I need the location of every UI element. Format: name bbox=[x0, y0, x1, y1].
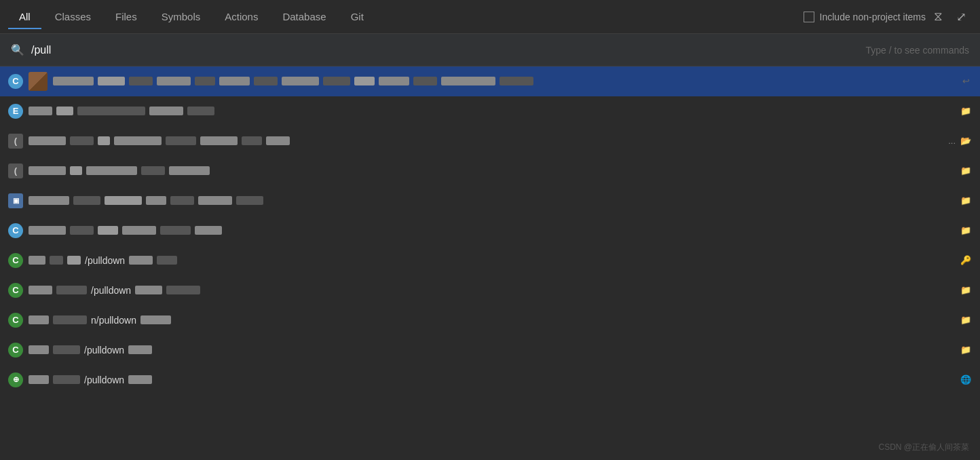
table-row[interactable]: ▣ 📁 bbox=[0, 186, 980, 216]
corner-folder-icon: 📁 bbox=[960, 105, 972, 117]
folder-icon5: 📁 bbox=[960, 284, 972, 296]
blurred-text bbox=[128, 345, 152, 354]
blurred-text bbox=[141, 166, 165, 175]
tab-classes[interactable]: Classes bbox=[44, 5, 102, 29]
row-end: 📁 bbox=[960, 105, 972, 117]
blurred-text bbox=[56, 286, 87, 294]
row-end: ... 📂 bbox=[948, 135, 972, 147]
tab-symbols[interactable]: Symbols bbox=[151, 5, 212, 29]
blurred-text bbox=[56, 107, 73, 115]
table-row[interactable]: C /pulldown 📁 bbox=[0, 335, 980, 365]
table-row[interactable]: ( ... 📂 bbox=[0, 126, 980, 156]
blurred-text bbox=[29, 315, 49, 324]
blurred-text bbox=[242, 136, 262, 145]
search-bar: 🔍 Type / to see commands bbox=[0, 34, 980, 66]
table-row[interactable]: C ↩ bbox=[0, 66, 980, 96]
blurred-text bbox=[354, 77, 375, 85]
blurred-text bbox=[67, 256, 81, 265]
tab-actions[interactable]: Actions bbox=[214, 5, 269, 29]
row-icon-green4: C bbox=[8, 343, 23, 358]
pulldown-text2: /pulldown bbox=[91, 285, 131, 296]
blurred-text bbox=[135, 286, 162, 294]
row-content: /pulldown bbox=[29, 255, 954, 266]
pulldown-text3: n/pulldown bbox=[91, 315, 136, 326]
blurred-text bbox=[98, 77, 125, 85]
row-icon-c2: C bbox=[8, 223, 23, 238]
tab-all[interactable]: All bbox=[8, 5, 41, 29]
blurred-text bbox=[282, 77, 319, 85]
blurred-text bbox=[53, 315, 87, 324]
blurred-text bbox=[219, 77, 250, 85]
blurred-text bbox=[500, 77, 533, 85]
blurred-text bbox=[129, 77, 153, 85]
include-non-project-checkbox[interactable] bbox=[804, 12, 814, 22]
table-row[interactable]: ( 📁 bbox=[0, 156, 980, 186]
row-content: /pulldown bbox=[29, 345, 954, 356]
search-hint: Type / to see commands bbox=[865, 45, 969, 56]
blurred-text bbox=[29, 107, 52, 115]
blurred-text bbox=[98, 226, 118, 235]
blurred-text bbox=[195, 226, 222, 235]
corner-arrow-icon: ↩ bbox=[960, 75, 972, 88]
row-content bbox=[29, 107, 954, 115]
collapse-icon: ⤢ bbox=[956, 10, 966, 24]
blurred-text bbox=[29, 345, 49, 354]
globe-folder-icon: 🌐 bbox=[960, 374, 972, 386]
folder-icon: 📂 bbox=[960, 135, 972, 147]
folder-icon4: 📁 bbox=[960, 225, 972, 237]
blurred-text bbox=[166, 136, 196, 145]
table-row[interactable]: ⊕ /pulldown 🌐 bbox=[0, 365, 980, 395]
blurred-text bbox=[29, 226, 66, 235]
pulldown-text5: /pulldown bbox=[84, 375, 124, 385]
ellipsis-text: ... bbox=[948, 136, 956, 146]
blurred-text bbox=[413, 77, 437, 85]
folder-icon3: 📁 bbox=[960, 195, 972, 207]
row-icon-green2: C bbox=[8, 283, 23, 298]
blurred-text bbox=[105, 196, 142, 205]
blurred-text bbox=[53, 77, 94, 85]
blurred-text bbox=[157, 77, 191, 85]
blurred-text bbox=[146, 196, 166, 205]
row-end: 📁 bbox=[960, 195, 972, 207]
table-row[interactable]: C 📁 bbox=[0, 216, 980, 246]
tab-files[interactable]: Files bbox=[105, 5, 148, 29]
search-icon: 🔍 bbox=[11, 43, 24, 56]
blurred-text bbox=[187, 107, 214, 115]
pulldown-text: /pulldown bbox=[85, 255, 125, 266]
filter-icon: ⧖ bbox=[934, 9, 943, 23]
row-content bbox=[29, 226, 954, 235]
blurred-text bbox=[128, 375, 152, 384]
filter-icon-button[interactable]: ⧖ bbox=[928, 7, 948, 26]
tab-bar: All Classes Files Symbols Actions Databa… bbox=[0, 0, 980, 34]
blurred-text bbox=[29, 375, 49, 384]
table-row[interactable]: E 📁 bbox=[0, 96, 980, 126]
row-end: 🔑 bbox=[960, 254, 972, 267]
blurred-text bbox=[98, 136, 110, 145]
blurred-text bbox=[50, 256, 63, 265]
row-icon-green3: C bbox=[8, 313, 23, 328]
results-list: C ↩ E bbox=[0, 66, 980, 395]
search-input[interactable] bbox=[31, 44, 865, 56]
row-content bbox=[29, 196, 954, 205]
table-row[interactable]: C /pulldown 🔑 bbox=[0, 246, 980, 275]
blurred-text bbox=[70, 136, 94, 145]
blurred-text bbox=[157, 256, 177, 265]
collapse-icon-button[interactable]: ⤢ bbox=[951, 7, 972, 27]
row-icon-paren2: ( bbox=[8, 164, 23, 178]
blurred-text bbox=[323, 77, 350, 85]
row-content: /pulldown bbox=[29, 375, 954, 385]
row-end: 📁 bbox=[960, 344, 972, 356]
blurred-text bbox=[53, 345, 80, 354]
blurred-text bbox=[200, 136, 238, 145]
table-row[interactable]: C n/pulldown 📁 bbox=[0, 305, 980, 335]
tab-database[interactable]: Database bbox=[271, 5, 337, 29]
include-non-project-label[interactable]: Include non-project items bbox=[804, 12, 926, 22]
watermark: CSDN @正在偷人间茶菜 bbox=[878, 442, 969, 453]
blurred-text bbox=[129, 256, 153, 265]
key-folder-icon: 🔑 bbox=[960, 254, 972, 267]
table-row[interactable]: C /pulldown 📁 bbox=[0, 275, 980, 305]
row-end: 🌐 bbox=[960, 374, 972, 386]
pulldown-text4: /pulldown bbox=[84, 345, 124, 356]
tab-git[interactable]: Git bbox=[340, 5, 375, 29]
avatar bbox=[29, 72, 48, 91]
